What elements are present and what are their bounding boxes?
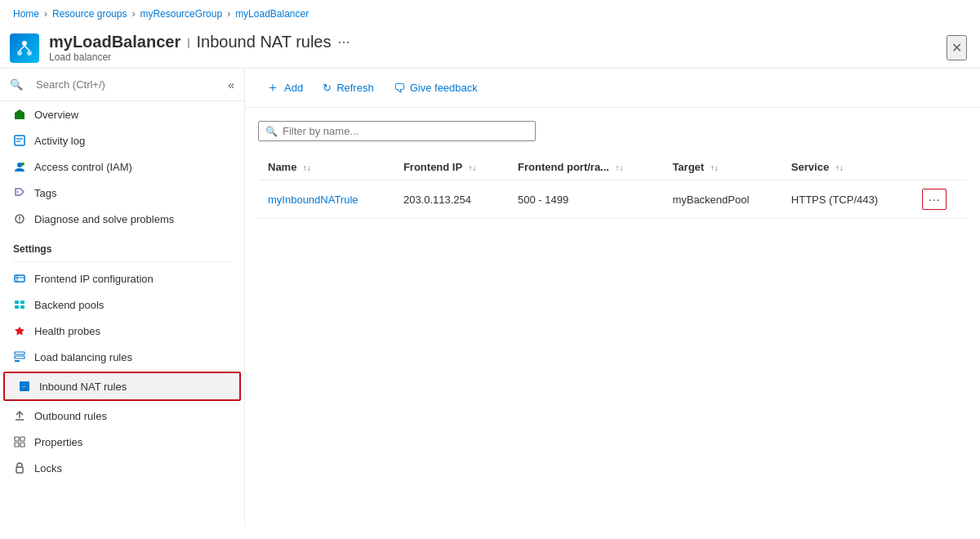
add-button[interactable]: ＋ Add xyxy=(258,75,311,100)
svg-rect-31 xyxy=(20,437,24,441)
sidebar-item-backend-pools[interactable]: Backend pools xyxy=(0,292,244,318)
settings-divider xyxy=(13,261,231,262)
locks-icon xyxy=(13,461,26,474)
toolbar: ＋ Add ↻ Refresh 🗨 Give feedback xyxy=(245,69,980,108)
refresh-button[interactable]: ↻ Refresh xyxy=(314,78,382,98)
col-frontend-port: Frontend port/ra... ↑↓ xyxy=(508,154,662,180)
filter-container: 🔍 xyxy=(258,121,536,141)
sidebar-item-diagnose[interactable]: Diagnose and solve problems xyxy=(0,206,244,232)
svg-point-1 xyxy=(17,51,22,56)
sort-name-icon[interactable]: ↑↓ xyxy=(303,163,311,172)
collapse-sidebar-button[interactable]: « xyxy=(228,78,234,91)
sidebar-item-locks[interactable]: Locks xyxy=(0,455,244,481)
svg-rect-24 xyxy=(15,356,24,359)
sidebar-item-activity-log[interactable]: Activity log xyxy=(0,127,244,154)
sidebar-label-overview: Overview xyxy=(34,109,78,121)
sidebar-item-tags[interactable]: Tags xyxy=(0,180,244,206)
activity-log-icon xyxy=(13,134,26,147)
breadcrumb-resource-groups[interactable]: Resource groups xyxy=(52,8,127,20)
filter-input[interactable] xyxy=(283,125,528,137)
sidebar-label-locks: Locks xyxy=(34,462,62,474)
col-frontend-ip: Frontend IP ↑↓ xyxy=(394,154,508,180)
svg-rect-16 xyxy=(15,275,24,282)
svg-rect-6 xyxy=(15,136,24,145)
cell-more-actions: ··· xyxy=(912,180,967,219)
sort-service-icon[interactable]: ↑↓ xyxy=(835,163,844,172)
sort-frontend-ip-icon[interactable]: ↑↓ xyxy=(469,163,477,172)
sidebar-item-access-control[interactable]: ✓ Access control (IAM) xyxy=(0,154,244,180)
iam-icon: ✓ xyxy=(13,160,26,173)
svg-text:✓: ✓ xyxy=(22,163,24,167)
sidebar-label-tags: Tags xyxy=(34,187,56,199)
sort-frontend-port-icon[interactable]: ↑↓ xyxy=(616,163,624,172)
sidebar-item-health-probes[interactable]: Health probes xyxy=(0,318,244,344)
load-balancer-icon xyxy=(15,38,34,58)
main-layout: 🔍 « Overview Activity log ✓ Access contr… xyxy=(0,69,980,526)
svg-line-3 xyxy=(20,46,24,51)
search-icon: 🔍 xyxy=(10,78,23,91)
sidebar-item-lb-rules[interactable]: Load balancing rules xyxy=(0,344,244,370)
breadcrumb: Home › Resource groups › myResourceGroup… xyxy=(0,0,980,28)
sidebar-label-outbound-rules: Outbound rules xyxy=(34,410,107,422)
sidebar-label-access-control: Access control (IAM) xyxy=(34,161,132,173)
nat-rule-link[interactable]: myInboundNATrule xyxy=(268,194,359,206)
sidebar-item-inbound-nat[interactable]: ↔ Inbound NAT rules xyxy=(5,373,239,399)
search-input[interactable] xyxy=(29,75,221,94)
svg-rect-20 xyxy=(20,301,24,304)
cell-name: myInboundNATrule xyxy=(258,180,394,219)
svg-text:↔: ↔ xyxy=(21,384,27,390)
svg-rect-22 xyxy=(20,305,24,309)
svg-rect-34 xyxy=(16,467,23,473)
header-more-button[interactable]: ··· xyxy=(337,33,350,51)
cell-service: HTTPS (TCP/443) xyxy=(782,180,913,219)
lb-rules-icon xyxy=(13,350,26,363)
svg-rect-19 xyxy=(15,301,19,304)
col-target: Target ↑↓ xyxy=(662,154,781,180)
cell-frontend-port: 500 - 1499 xyxy=(508,180,662,219)
settings-section-label: Settings xyxy=(0,232,244,258)
sidebar: 🔍 « Overview Activity log ✓ Access contr… xyxy=(0,69,245,526)
breadcrumb-resource-group[interactable]: myResourceGroup xyxy=(140,8,222,20)
sidebar-label-diagnose: Diagnose and solve problems xyxy=(34,213,174,225)
inbound-nat-icon: ↔ xyxy=(18,380,31,393)
sidebar-item-overview[interactable]: Overview xyxy=(0,101,244,127)
health-probes-icon xyxy=(13,324,26,337)
tags-icon xyxy=(13,186,26,199)
sidebar-label-frontend-ip: Frontend IP configuration xyxy=(34,273,154,285)
svg-rect-21 xyxy=(15,305,19,309)
sidebar-label-properties: Properties xyxy=(34,436,82,448)
svg-rect-23 xyxy=(15,352,24,354)
col-service: Service ↑↓ xyxy=(782,154,913,180)
page-header: myLoadBalancer | Inbound NAT rules ··· L… xyxy=(0,28,980,69)
feedback-button[interactable]: 🗨 Give feedback xyxy=(385,78,486,99)
row-more-button[interactable]: ··· xyxy=(922,189,947,210)
row-more-icon: ··· xyxy=(929,193,941,206)
svg-rect-33 xyxy=(20,443,24,447)
breadcrumb-resource[interactable]: myLoadBalancer xyxy=(235,8,309,20)
sort-target-icon[interactable]: ↑↓ xyxy=(710,163,719,172)
svg-point-2 xyxy=(27,51,32,56)
main-content: ＋ Add ↻ Refresh 🗨 Give feedback 🔍 xyxy=(245,69,980,526)
cell-target: myBackendPool xyxy=(662,180,781,219)
svg-marker-5 xyxy=(15,109,24,119)
svg-rect-32 xyxy=(15,443,19,447)
close-button[interactable]: ✕ xyxy=(947,35,967,60)
svg-point-15 xyxy=(19,220,20,222)
svg-rect-30 xyxy=(15,437,19,441)
sidebar-item-inbound-nat-wrapper: ↔ Inbound NAT rules xyxy=(3,372,241,401)
breadcrumb-home[interactable]: Home xyxy=(13,8,39,20)
sidebar-label-lb-rules: Load balancing rules xyxy=(34,351,132,363)
sidebar-item-outbound-rules[interactable]: Outbound rules xyxy=(0,403,244,429)
col-name: Name ↑↓ xyxy=(258,154,394,180)
svg-point-12 xyxy=(17,191,19,193)
outbound-rules-icon xyxy=(13,409,26,422)
sidebar-item-frontend-ip[interactable]: Frontend IP configuration xyxy=(0,265,244,292)
page-title: Inbound NAT rules xyxy=(197,33,332,51)
add-icon: ＋ xyxy=(266,79,279,96)
table-header: Name ↑↓ Frontend IP ↑↓ Frontend port/ra.… xyxy=(258,154,967,180)
backend-pools-icon xyxy=(13,298,26,311)
svg-point-0 xyxy=(22,41,27,46)
sidebar-item-properties[interactable]: Properties xyxy=(0,429,244,455)
refresh-icon: ↻ xyxy=(323,82,332,94)
sidebar-label-health-probes: Health probes xyxy=(34,325,100,337)
